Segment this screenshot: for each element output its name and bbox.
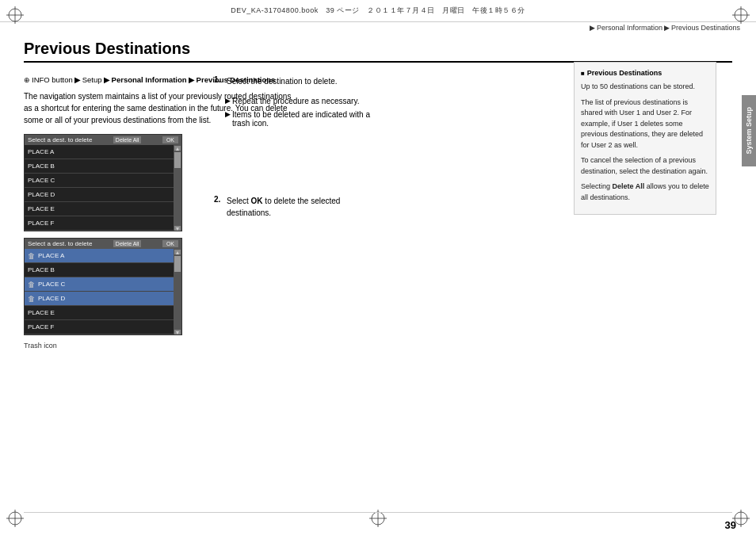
screen1-row-e[interactable]: PLACE E [25,202,174,216]
screen2-row-b[interactable]: PLACE B [25,263,174,277]
screen1-row-b[interactable]: PLACE B [25,159,174,174]
screen1-rows: PLACE A PLACE B PLACE C PLACE D PLACE E [25,145,174,231]
breadcrumb-info-button: INFO button [32,75,73,84]
screen1-delete-all[interactable]: Delete All [113,136,142,143]
right-panel-title: Previous Destinations [581,69,709,77]
corner-tl [6,6,24,25]
arrow1: ▶ [74,75,81,84]
breadcrumb-setup: Setup [82,75,102,84]
step-1: 1. Select the destination to delete. [214,75,372,87]
step-2-number: 2. [214,195,223,204]
corner-tr [732,6,750,25]
corner-bl [6,510,24,529]
screen2-list: 🗑 PLACE A PLACE B 🗑 PLACE C 🗑 PLACE D [25,249,181,334]
screen2-scrollbar[interactable]: ▲ ▼ [174,249,181,334]
sub-arrow-1b: ▶ [225,110,231,118]
screen2-row-c[interactable]: 🗑 PLACE C [25,277,174,292]
screen1-row-a-text: PLACE A [28,148,170,155]
screen2-row-f[interactable]: PLACE F [25,320,174,334]
breadcrumb-prev-dest: Previous Destinations [671,24,740,32]
screen2-row-c-text: PLACE C [38,281,170,288]
screen2-delete-all[interactable]: Delete All [113,240,142,247]
screen-mockup-1: Select a dest. to delete Delete All OK P… [24,134,182,231]
screen-mockup-2: Select a dest. to delete Delete All OK 🗑… [24,238,182,335]
trash-label: Trash icon [24,342,325,350]
arrow3: ▶ [189,75,195,84]
screen1-scrollbar[interactable]: ▲ ▼ [174,145,181,231]
sub-arrow-1a: ▶ [225,97,231,105]
sub-step-1a: ▶ Repeat the procedure as necessary. [214,97,372,105]
trash-icon-d: 🗑 [28,295,35,303]
screen2-row-d-text: PLACE D [38,295,170,302]
screen2-ok[interactable]: OK [162,240,178,247]
step-2: 2. Select OK to delete the selected dest… [214,195,372,219]
system-setup-tab: System Setup [742,95,756,166]
screen1-header: Select a dest. to delete Delete All OK [25,135,181,145]
step-1-text: Select the destination to delete. [227,75,338,87]
screen1-ok[interactable]: OK [162,136,178,143]
page-title: Previous Destinations [24,40,732,63]
sub-step-1b: ▶ Items to be deleted are indicated with… [214,110,372,128]
breadcrumb-separator2: ▶ [664,24,670,32]
screen2-row-e[interactable]: PLACE E [25,306,174,320]
screen2-header: Select a dest. to delete Delete All OK [25,239,181,249]
sub-step-1b-text: Items to be deleted are indicated with a… [232,110,372,128]
right-panel-p4: Selecting Delete All allows you to delet… [581,182,709,203]
japanese-header-text: DEV_KA-31704800.book 39 ページ ２０１１年７月４日 月曜… [231,6,525,16]
screen1-row-c[interactable]: PLACE C [25,174,174,188]
right-panel-p1: Up to 50 destinations can be stored. [581,82,709,93]
screen1-row-f-text: PLACE F [28,220,170,227]
screen1-row-d[interactable]: PLACE D [25,188,174,202]
side-tab-label: System Setup [745,107,753,155]
screen2-row-f-text: PLACE F [28,323,170,331]
breadcrumb-personal-information: Personal Information [112,75,187,84]
scroll-thumb[interactable] [174,152,181,168]
screen2-row-d[interactable]: 🗑 PLACE D [25,292,174,306]
screen2-rows: 🗑 PLACE A PLACE B 🗑 PLACE C 🗑 PLACE D [25,249,174,334]
info-icon: ⊕ [24,76,30,84]
screen2-row-e-text: PLACE E [28,309,170,316]
sub-step-1a-text: Repeat the procedure as necessary. [232,97,359,105]
right-panel-p2: The list of previous destinations is sha… [581,97,709,151]
top-header: DEV_KA-31704800.book 39 ページ ２０１１年７月４日 月曜… [0,0,756,22]
screen1-row-e-text: PLACE E [28,205,170,212]
trash-icon-c: 🗑 [28,281,35,289]
screen1-row-d-text: PLACE D [28,191,170,198]
screen2-row-a[interactable]: 🗑 PLACE A [25,249,174,263]
screen2-row-b-text: PLACE B [28,266,170,273]
right-panel-p3: To cancel the selection of a previous de… [581,155,709,177]
breadcrumb-separator: ▶ [590,24,595,32]
trash-icon-a: 🗑 [28,252,35,260]
steps-column: 1. Select the destination to delete. ▶ R… [214,75,372,228]
screen1-row-b-text: PLACE B [28,162,170,170]
breadcrumb-personal-info: Personal Information [597,24,662,32]
screen1-list: PLACE A PLACE B PLACE C PLACE D PLACE E [25,145,181,231]
page-number: 39 [725,519,736,531]
scroll-thumb-2[interactable] [174,256,181,272]
step-1-number: 1. [214,75,223,84]
arrow2: ▶ [104,75,110,84]
screen2-row-a-text: PLACE A [38,252,170,259]
screen1-row-f[interactable]: PLACE F [25,216,174,231]
main-content: Previous Destinations ⊕ INFO button ▶ Se… [24,40,732,511]
breadcrumb-top: ▶ Personal Information ▶ Previous Destin… [590,24,740,32]
screen1-title: Select a dest. to delete [28,136,92,143]
screen1-row-a[interactable]: PLACE A [25,145,174,159]
step-2-text: Select OK to delete the selected destina… [227,195,372,219]
screen2-title: Select a dest. to delete [28,240,92,247]
screen1-row-c-text: PLACE C [28,177,170,184]
bottom-line [24,512,732,513]
right-panel: Previous Destinations Up to 50 destinati… [574,62,716,215]
